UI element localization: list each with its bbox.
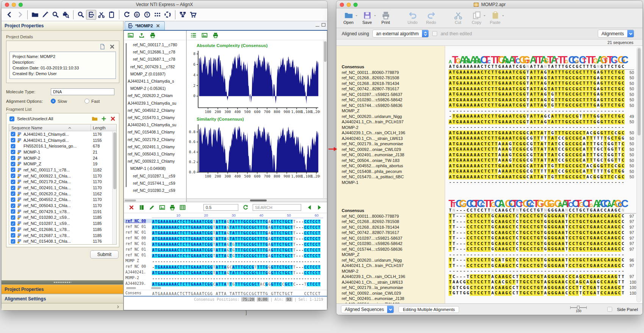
sequence-name[interactable]: ref_NC_00092...oniae_CWL029	[342, 147, 445, 152]
aligned-sequence-row[interactable]: ATGAAAAAACTCTTAAAGTCGGCGTTATTATCCGCCGCAT…	[449, 152, 634, 158]
print-icon[interactable]	[150, 32, 156, 38]
sequence-name[interactable]: ref_NC_010287...:c59821-58637	[342, 236, 445, 241]
sequence-name[interactable]: AJ440239.1_Ch...rain_OCLH_196	[342, 130, 445, 136]
close-pane-icon[interactable]	[128, 204, 134, 210]
alignment-view-button[interactable]	[86, 10, 96, 20]
sequence-name[interactable]: ref_NC_002620...uridarum_Nigg	[342, 114, 445, 119]
dot-matrix-button[interactable]	[152, 10, 163, 20]
sequence-name[interactable]: ref_NC_00742...82807-781617	[342, 230, 445, 236]
fragment-row[interactable]: ✓ref_NC_010280.2_:c59...1185	[9, 215, 116, 221]
sequence-name[interactable]: ref_NC_004552....ophila_abortus	[342, 163, 445, 169]
apr-titlebar[interactable]: MOMP2.apr	[336, 1, 642, 8]
tree-item[interactable]: ref_NC_012687.1__c78	[128, 56, 186, 63]
columns-icon[interactable]	[139, 204, 145, 210]
tab-momp2[interactable]: *MOMP2	[125, 21, 165, 30]
search-input[interactable]	[253, 204, 301, 211]
accordion-alignment-settings[interactable]: Alignment Settings	[2, 294, 123, 303]
edit-details-icon[interactable]	[99, 44, 105, 50]
aligned-sequence-row[interactable]: TGTCGGCTCCTTACAAGCCTTGCCTGTAGGGAACCCTTCT…	[449, 285, 636, 291]
sequence-name[interactable]: AJ440239.1_Ch...rain_OCLH_196	[342, 274, 445, 280]
fragment-row[interactable]: ✓MOMP_Z19	[9, 161, 116, 167]
aligned-sequence-row[interactable]: ATGAAAAAACTCTTAAAGTCGGCGTTATTATCCGCCGCAT…	[449, 147, 634, 152]
table-view-icon[interactable]	[180, 204, 186, 210]
tree-item[interactable]: ref_NC_010280.2__c59	[128, 187, 186, 194]
aligned-sequence-row[interactable]: ----------------------------------------…	[449, 269, 636, 274]
aligned-sequence-row[interactable]: ----------------------------------------…	[449, 252, 636, 258]
sequence-name[interactable]: AJ440240.1_Ch..._strain_LW613	[342, 280, 445, 285]
aligned-sequence-row[interactable]: ATGAAAAAACTCTTGAAATCGGCATTATTGTTTGCCGCTA…	[449, 163, 634, 169]
tree-item[interactable]: ref_NC_000922.1_Chlamy	[128, 158, 186, 165]
and-then-edited-checkbox[interactable]	[432, 31, 437, 36]
fragment-row[interactable]: ✓AJ440240.1_Chlamydi...1176	[9, 131, 116, 137]
export-data-icon[interactable]	[139, 32, 145, 38]
aligned-sequence-row[interactable]: ATGAAAAAACTCTTGAAATCGGTATTAGTGTTTGCCGCTT…	[449, 103, 634, 108]
alignments-dropdown[interactable]: Alignments	[598, 30, 634, 38]
close-traffic-icon[interactable]	[340, 3, 344, 7]
fragment-row[interactable]: ✓MOMP-224	[9, 155, 116, 161]
fast-radio[interactable]: Fast	[84, 99, 100, 104]
fragment-row[interactable]: ✓ref_NC_007429.1_:c78...1191	[9, 209, 116, 215]
hierarchy-button[interactable]	[178, 10, 188, 20]
print-icon[interactable]	[213, 32, 219, 38]
cart-button[interactable]	[188, 10, 198, 20]
scissors-button[interactable]	[96, 10, 106, 20]
sequence-name[interactable]: ref_NC_002179...la_pneumoniae	[342, 285, 445, 291]
sequence-name[interactable]: ref_NC_01268...82692-781508	[342, 219, 445, 225]
aligned-sequences-dropdown[interactable]: Aligned Sequences	[341, 305, 394, 313]
tree-item[interactable]: ref_NC_015408.1_Chlamy	[128, 129, 186, 136]
circle-t-button[interactable]: T	[142, 10, 152, 20]
add-fragment-icon[interactable]	[101, 116, 107, 122]
aligned-sequence-row[interactable]: ATGAAAAAACTCTTGAAATCGGTATTAGTATTTGCCGCTT…	[449, 75, 634, 81]
aligned-sequence-row[interactable]: ATGAAAAAACTCTTGAAATCGGCGTTTTTATCCGCCGCAT…	[449, 136, 634, 141]
sequence-name[interactable]: ref_NC_002491...eumoniae_J138	[342, 152, 445, 158]
aligned-sequence-row[interactable]: TT---CCTCCTTGCAAGCTCTGCCTGTGGGGAATCCTGCT…	[449, 225, 636, 230]
aligned-sequence-row[interactable]: TT---CCTCCTTGCAAGCTCTGCCTGTGGGGAATCCTGCT…	[449, 219, 636, 225]
sequence-name[interactable]: ref_NC_01268...82692-781508	[342, 75, 445, 81]
aligned-sequence-row[interactable]: TT---CCTCCTTGCATGCTCTGCCTGTGGGGAATCCTGCT…	[449, 258, 636, 263]
accordion-project-properties[interactable]: Project Properties	[2, 284, 123, 294]
export-image-icon[interactable]	[159, 204, 165, 210]
aligned-sequence-row[interactable]: TGTTGGCTCCTTACAAGCCTTGCCTGTAGGGAACCCTTCT…	[449, 291, 636, 296]
select-all-checkbox[interactable]: ✓	[9, 116, 14, 121]
fragment-row[interactable]: ✓ref_NC_005043.1_Chla...1170	[9, 203, 116, 209]
close-traffic-icon[interactable]	[5, 3, 9, 7]
sequence-name[interactable]: ref_NC_015744...:c59820-58636	[342, 247, 445, 252]
slow-radio[interactable]: Slow	[51, 99, 67, 104]
tree-item[interactable]: MOMP-1 (-0.04908)	[128, 165, 186, 172]
aligned-sequence-row[interactable]: ----------------------------------------…	[449, 125, 634, 130]
aligned-sequence-row[interactable]: ATGAAAAAACTCTTGAAATCGGCATTATTGTTTGCCGCTA…	[449, 174, 634, 180]
column-header-name[interactable]: Sequence Name	[9, 125, 91, 131]
minimize-traffic-icon[interactable]	[347, 3, 351, 7]
tree-item[interactable]: ref_NC_002620.2_Chlam	[128, 92, 186, 99]
tree-item[interactable]: AJ440240.1_Chlamydia_su	[128, 121, 186, 129]
sequence-name[interactable]: AJ440241.1_Ch...train_PCLH197	[342, 119, 445, 125]
aligned-sequence-row[interactable]: TC---TCTCCTTACAAGCCTTGCCTGTAGGGAACCCAGCT…	[449, 274, 636, 280]
molecule-type-field[interactable]	[51, 88, 114, 95]
tree-item[interactable]: AJ440241.1_Chlamydia_s	[128, 78, 186, 85]
aligned-sequence-row[interactable]: ATGAAAAAACTCTTAAAGTCGGCGTTATTATCCGCCGCAT…	[449, 158, 634, 163]
sequence-name[interactable]: ref_NC_002620...uridarum_Nigg	[342, 258, 445, 263]
aligned-sequence-row[interactable]: TT---CCTCCTTGCAAGCTCTGCCTGTGGGGAATCCTGCT…	[449, 214, 636, 219]
fragment-row[interactable]: ✓ref_NC_012686.1_:c78...1185	[9, 226, 116, 232]
fragment-row[interactable]: ✓MOMP-121	[9, 149, 116, 155]
aligned-sequence-row[interactable]: -TGAAAAAACTCTTGAAATCGGTATTAGCATTTGCCGTTT…	[449, 114, 634, 119]
sequence-name[interactable]: ref_NC_010287...:c59821-58637	[342, 92, 445, 97]
save-button[interactable]: Save	[360, 10, 374, 25]
fragment-row[interactable]: ✓FN552016.1_Neisseria_go...678	[9, 143, 116, 149]
sequence-name[interactable]: ref_NC_00504...oniae_TW-183	[342, 158, 445, 163]
tree-item[interactable]: ref_NC_000117.1__c780	[128, 41, 186, 49]
alignx-titlebar[interactable]: Vector NTI Express – AlignX	[2, 1, 327, 8]
slider-thumb[interactable]	[577, 306, 580, 309]
export-image-icon[interactable]	[128, 32, 134, 38]
fragment-row[interactable]: ✓AJ440241.1_Chlamydi...1155	[9, 137, 116, 143]
sequence-name[interactable]: ref_NC_002179...la_pneumoniae	[342, 141, 445, 147]
tree-item[interactable]: ref_NC_002179.2_Chlamy	[128, 136, 186, 143]
sequence-name[interactable]: ref_NC_00011...80060-778879	[342, 70, 445, 75]
fragment-row[interactable]: ✓ref_NC_002491.1_Chla...1170	[9, 185, 116, 191]
aligned-sequence-row[interactable]: ----------------------------------------…	[449, 180, 634, 185]
sequence-name[interactable]: ref_NC_010280...:c59826-58642	[342, 241, 445, 247]
sequence-name[interactable]: MOMP-2	[342, 269, 445, 274]
list-view-icon[interactable]	[191, 32, 197, 38]
sequence-name[interactable]: ref_NC_015408...phila_pecorum	[342, 169, 445, 174]
fragment-row[interactable]: ✓ref_NC_000117.1_:c78...1182	[9, 167, 116, 173]
